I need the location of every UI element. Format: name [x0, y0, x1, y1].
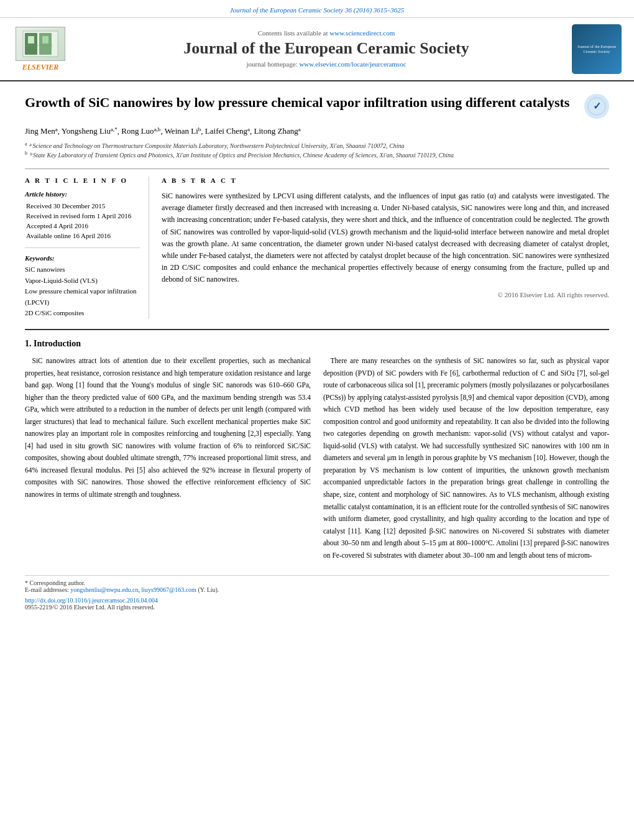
history-received: Received 30 December 2015 — [26, 201, 139, 210]
introduction-title: 1. Introduction — [25, 339, 609, 349]
article-info-label: A R T I C L E I N F O — [25, 177, 140, 184]
history-accepted-row: Accepted 4 April 2016 — [26, 221, 139, 230]
svg-text:✓: ✓ — [593, 101, 601, 111]
intro-left-col: SiC nanowires attract lots of attention … — [25, 355, 311, 566]
header-center: Contents lists available at www.scienced… — [81, 29, 572, 69]
keyword-3: Low pressure chemical vapor infiltration… — [25, 286, 140, 308]
history-revised: Received in revised form 1 April 2016 — [26, 211, 139, 220]
email-suffix: (Y. Liu). — [198, 586, 219, 593]
top-header: Journal of the European Ceramic Society … — [0, 0, 634, 18]
abstract-text: SiC nanowires were synthesized by LPCVI … — [162, 190, 609, 286]
history-title: Article history: — [25, 190, 140, 198]
email-line: E-mail addresses: yongshenliu@nwpu.edu.c… — [25, 586, 609, 593]
journal-citation-link[interactable]: Journal of the European Ceramic Society … — [230, 6, 405, 14]
keyword-1: SiC nanowires — [25, 264, 140, 275]
copyright-line: © 2016 Elsevier Ltd. All rights reserved… — [162, 291, 609, 298]
intro-right-col: There are many researches on the synthes… — [323, 355, 609, 566]
doi-link[interactable]: http://dx.doi.org/10.1016/j.jeurceramsoc… — [25, 597, 158, 604]
journal-title: Journal of the European Ceramic Society — [81, 39, 572, 58]
article-title: Growth of SiC nanowires by low pressure … — [25, 94, 578, 112]
issn-line: 0955-2219/© 2016 Elsevier Ltd. All right… — [25, 604, 609, 611]
history-available-row: Available online 16 April 2016 — [26, 231, 139, 240]
homepage-link[interactable]: www.elsevier.com/locate/jeurceramsoc — [299, 60, 406, 68]
footnote-area: * Corresponding author. E-mail addresses… — [25, 575, 609, 611]
intro-right-para1: There are many researches on the synthes… — [323, 355, 609, 561]
affiliation-a: a ᵃ Science and Technology on Thermostru… — [25, 141, 609, 150]
keywords-title: Keywords: — [25, 254, 140, 262]
keywords-list: SiC nanowires Vapor-Liquid-Solid (VLS) L… — [25, 264, 140, 319]
journal-logo-right: Journal of the European Ceramic Society — [572, 24, 622, 74]
history-accepted: Accepted 4 April 2016 — [26, 221, 139, 230]
keyword-2: Vapor-Liquid-Solid (VLS) — [25, 275, 140, 287]
svg-rect-4 — [42, 36, 48, 44]
article-info-column: A R T I C L E I N F O Article history: R… — [25, 177, 149, 319]
keywords-section: Keywords: SiC nanowires Vapor-Liquid-Sol… — [25, 254, 140, 319]
doi-line: http://dx.doi.org/10.1016/j.jeurceramsoc… — [25, 597, 609, 604]
corresponding-note: * Corresponding author. — [25, 579, 609, 586]
history-received-row: Received 30 December 2015 — [26, 201, 139, 210]
contents-available-line: Contents lists available at www.scienced… — [81, 29, 572, 37]
elsevier-logo: ELSEVIER — [12, 27, 68, 72]
svg-rect-3 — [28, 36, 34, 44]
article-body: Growth of SiC nanowires by low pressure … — [0, 81, 634, 623]
journal-logo-text: Journal of the European Ceramic Society — [574, 44, 619, 55]
sciencedirect-link[interactable]: www.sciencedirect.com — [329, 29, 395, 37]
email1-link[interactable]: yongshenliu@nwpu.edu.cn — [70, 586, 138, 593]
abstract-column: A B S T R A C T SiC nanowires were synth… — [162, 177, 609, 319]
history-table: Received 30 December 2015 Received in re… — [25, 200, 140, 241]
affiliation-b: b ᵇ State Key Laboratory of Transient Op… — [25, 150, 609, 160]
introduction-two-col: SiC nanowires attract lots of attention … — [25, 355, 609, 566]
abstract-label: A B S T R A C T — [162, 177, 609, 184]
crossmark-badge[interactable]: ✓ — [584, 94, 609, 119]
keyword-4: 2D C/SiC composites — [25, 308, 140, 319]
main-header: ELSEVIER Contents lists available at www… — [0, 18, 634, 81]
homepage-text: journal homepage: — [246, 60, 297, 68]
history-revised-row: Received in revised form 1 April 2016 — [26, 211, 139, 220]
email2-link[interactable]: liuys99067@163.com — [142, 586, 196, 593]
email-label: E-mail addresses: — [25, 586, 69, 593]
info-divider — [25, 247, 140, 248]
intro-left-para1: SiC nanowires attract lots of attention … — [25, 355, 311, 501]
section-number: 1. — [25, 339, 32, 348]
history-available: Available online 16 April 2016 — [26, 231, 139, 240]
contents-available-text: Contents lists available at — [258, 29, 328, 37]
homepage-line: journal homepage: www.elsevier.com/locat… — [81, 60, 572, 68]
affiliations: a ᵃ Science and Technology on Thermostru… — [25, 141, 609, 160]
authors-line: Jing Mena, Yongsheng Liua,*, Rong Luoa,b… — [25, 126, 609, 136]
article-info-abstract-section: A R T I C L E I N F O Article history: R… — [25, 168, 609, 319]
elsevier-logo-box — [16, 27, 65, 61]
introduction-section: 1. Introduction SiC nanowires attract lo… — [25, 329, 609, 566]
elsevier-text-label: ELSEVIER — [22, 63, 59, 72]
section-title: Introduction — [34, 339, 81, 348]
article-title-section: Growth of SiC nanowires by low pressure … — [25, 94, 609, 119]
